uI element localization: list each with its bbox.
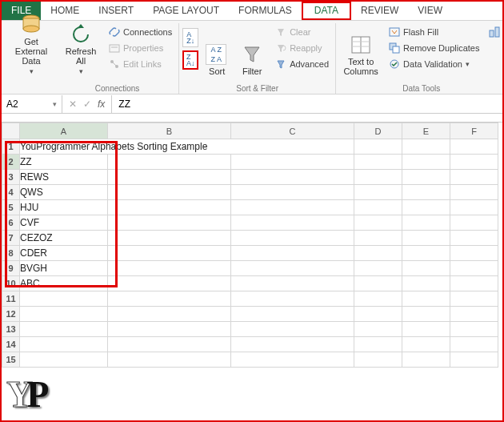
cell-B3[interactable]: [108, 170, 231, 185]
sort-za-button[interactable]: ZA↓: [182, 50, 198, 70]
cell-E4[interactable]: [402, 185, 450, 200]
cell-D9[interactable]: [354, 261, 402, 276]
cell-B9[interactable]: [108, 261, 231, 276]
cell-A12[interactable]: [20, 307, 108, 322]
cell-D15[interactable]: [354, 352, 402, 368]
cell-B2[interactable]: [108, 155, 231, 170]
cell-F2[interactable]: [450, 155, 498, 170]
cell-E15[interactable]: [402, 352, 450, 368]
cell-B5[interactable]: [108, 200, 231, 215]
cell-B8[interactable]: [108, 246, 231, 261]
cell-F1[interactable]: [450, 139, 498, 155]
formula-input[interactable]: [112, 97, 502, 111]
tab-formulas[interactable]: FORMULAS: [229, 2, 302, 20]
cell-E1[interactable]: [402, 139, 450, 155]
cell-E11[interactable]: [402, 291, 450, 307]
cell-A8[interactable]: CDER: [20, 246, 108, 261]
cell-F6[interactable]: [450, 215, 498, 231]
tab-insert[interactable]: INSERT: [89, 2, 143, 20]
cell-F10[interactable]: [450, 276, 498, 291]
cell-C13[interactable]: [231, 322, 354, 337]
row-header-11[interactable]: 11: [2, 291, 20, 307]
cell-B12[interactable]: [108, 307, 231, 322]
tab-data[interactable]: DATA: [302, 2, 351, 20]
cell-C7[interactable]: [231, 231, 354, 246]
cell-E9[interactable]: [402, 261, 450, 276]
cell-B7[interactable]: [108, 231, 231, 246]
row-header-1[interactable]: 1: [2, 139, 20, 155]
row-header-3[interactable]: 3: [2, 170, 20, 185]
row-header-8[interactable]: 8: [2, 246, 20, 261]
cell-E8[interactable]: [402, 246, 450, 261]
cell-C9[interactable]: [231, 261, 354, 276]
cell-C15[interactable]: [231, 352, 354, 368]
reapply-button[interactable]: Reapply: [272, 41, 332, 55]
properties-button[interactable]: Properties: [106, 41, 175, 55]
remove-duplicates-button[interactable]: Remove Duplicates: [386, 41, 482, 55]
cell-D10[interactable]: [354, 276, 402, 291]
clear-button[interactable]: Clear: [272, 25, 332, 39]
cell-A7[interactable]: CEZOZ: [20, 231, 108, 246]
cell-F12[interactable]: [450, 307, 498, 322]
cell-A4[interactable]: QWS: [20, 185, 108, 200]
refresh-all-button[interactable]: Refresh All: [59, 23, 102, 76]
cell-C5[interactable]: [231, 200, 354, 215]
cell-D12[interactable]: [354, 307, 402, 322]
row-header-4[interactable]: 4: [2, 185, 20, 200]
tab-page-layout[interactable]: PAGE LAYOUT: [143, 2, 229, 20]
cell-C14[interactable]: [231, 337, 354, 352]
cell-A14[interactable]: [20, 337, 108, 352]
cell-F9[interactable]: [450, 261, 498, 276]
cell-B14[interactable]: [108, 337, 231, 352]
cell-C6[interactable]: [231, 215, 354, 231]
cell-A5[interactable]: HJU: [20, 200, 108, 215]
cell-E7[interactable]: [402, 231, 450, 246]
cell-D13[interactable]: [354, 322, 402, 337]
tab-home[interactable]: HOME: [41, 2, 89, 20]
cell-C8[interactable]: [231, 246, 354, 261]
cell-D8[interactable]: [354, 246, 402, 261]
cell-F4[interactable]: [450, 185, 498, 200]
cell-F14[interactable]: [450, 337, 498, 352]
cell-B10[interactable]: [108, 276, 231, 291]
cell-E2[interactable]: [402, 155, 450, 170]
cell-D6[interactable]: [354, 215, 402, 231]
cell-E10[interactable]: [402, 276, 450, 291]
cell-B6[interactable]: [108, 215, 231, 231]
get-external-data-button[interactable]: Get External Data: [10, 23, 53, 76]
cell-D11[interactable]: [354, 291, 402, 307]
cell-D14[interactable]: [354, 337, 402, 352]
cancel-icon[interactable]: ✕: [69, 98, 77, 110]
row-header-13[interactable]: 13: [2, 322, 20, 337]
cell-C11[interactable]: [231, 291, 354, 307]
cell-D7[interactable]: [354, 231, 402, 246]
name-box[interactable]: A2: [2, 95, 62, 113]
cell-F11[interactable]: [450, 291, 498, 307]
fx-icon[interactable]: fx: [98, 98, 105, 110]
row-header-6[interactable]: 6: [2, 215, 20, 231]
data-validation-button[interactable]: Data Validation ▾: [386, 57, 482, 71]
cell-C3[interactable]: [231, 170, 354, 185]
col-header-C[interactable]: C: [231, 123, 354, 139]
cell-A3[interactable]: REWS: [20, 170, 108, 185]
row-header-14[interactable]: 14: [2, 337, 20, 352]
cell-A2[interactable]: ZZ: [20, 155, 108, 170]
row-header-9[interactable]: 9: [2, 261, 20, 276]
advanced-button[interactable]: Advanced: [272, 57, 332, 71]
cell-A13[interactable]: [20, 322, 108, 337]
enter-icon[interactable]: ✓: [83, 98, 91, 110]
cell-B15[interactable]: [108, 352, 231, 368]
sort-az-button[interactable]: AZ↓: [182, 28, 198, 47]
cell-B4[interactable]: [108, 185, 231, 200]
cell-F5[interactable]: [450, 200, 498, 215]
cell-E12[interactable]: [402, 307, 450, 322]
cell-A1[interactable]: YouProgrammer Alphabets Sorting Example: [20, 139, 354, 155]
cell-D3[interactable]: [354, 170, 402, 185]
cell-F15[interactable]: [450, 352, 498, 368]
cell-E13[interactable]: [402, 322, 450, 337]
row-header-5[interactable]: 5: [2, 200, 20, 215]
sort-button[interactable]: A ZZ A Sort: [202, 23, 232, 76]
cell-F7[interactable]: [450, 231, 498, 246]
cell-D2[interactable]: [354, 155, 402, 170]
col-header-B[interactable]: B: [108, 123, 231, 139]
